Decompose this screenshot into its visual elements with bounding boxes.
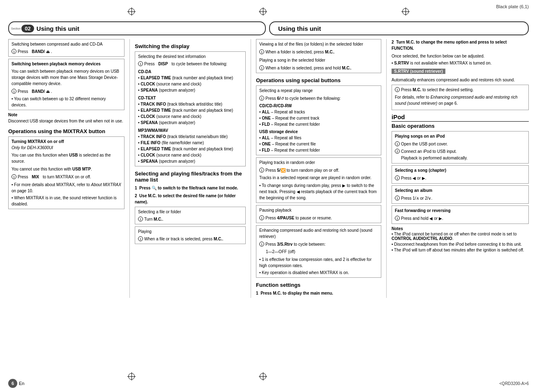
- basic-ops-heading: Basic operations: [392, 123, 529, 129]
- usb-section: USB storage device • ALL – Repeat all fi…: [259, 129, 378, 153]
- sel-file-step: 1 Turn M.C..: [138, 216, 242, 222]
- note-text: Disconnect USB storage devices from the …: [8, 118, 124, 124]
- section-title-bar-left: Section 02 Using this unit: [8, 21, 266, 35]
- disp-step1: 1 Press DISP to cycle between the follow…: [138, 61, 242, 67]
- repeat-step1: 1 Press 6/↺ to cycle between the followi…: [259, 95, 378, 101]
- box-ipod-playing: Playing songs on an iPod 1 Open the USB …: [392, 131, 529, 164]
- sel-files-heading: Selecting and playing files/tracks from …: [135, 171, 246, 183]
- srtrv-desc: Automatically enhances compressed audio …: [392, 77, 529, 83]
- cdtext-head: CD-TEXT: [138, 95, 242, 101]
- srtrv-badge: S.RTRV (sound retriever): [392, 69, 445, 74]
- mixtrax-bullet1: • For more details about MIXTRAX, refer …: [12, 182, 121, 194]
- sel-text-title: Selecting the desired text information: [138, 53, 242, 60]
- sel-files-step2: 2 Use M.C. to select the desired file na…: [135, 193, 246, 205]
- func-settings-heading: Function settings: [256, 282, 381, 288]
- enhance-desc: Enhancing compressed audio and restoring…: [259, 227, 378, 240]
- play-song-desc: Playing a song in the selected folder: [259, 57, 378, 63]
- column-2: Switching the display Selecting the desi…: [129, 39, 251, 298]
- cdda-head: CD-DA: [138, 69, 242, 75]
- box-view-files: Viewing a list of the files (or folders)…: [256, 39, 381, 73]
- box-enhance: Enhancing compressed audio and restoring…: [256, 225, 381, 278]
- step-num-8: 1: [259, 65, 264, 70]
- mixtrax-bullet2: • When MIXTRAX is in use, the sound retr…: [12, 195, 121, 207]
- note-heading: Note: [8, 113, 124, 117]
- cdtext-items: • TRACK INFO (track title/track artist/d…: [138, 101, 242, 126]
- cdda-section: CD-DA • ELAPSED TIME (track number and p…: [138, 69, 242, 93]
- ops-special-heading: Operations using special buttons: [256, 77, 381, 83]
- step-num-7: 1: [259, 49, 264, 54]
- ipod-ffwd-s1: 1 Press and hold ◀ or ▶.: [395, 215, 525, 222]
- box-random: Playing tracks in random order 1 Press 5…: [256, 157, 381, 203]
- ipod-play-title: Playing songs on an iPod: [395, 133, 525, 140]
- section-title-bar-right: Using this unit: [269, 21, 529, 35]
- ipod-play-s1: 1 Open the USB port cover.: [395, 141, 525, 148]
- step-num-6: 1: [138, 236, 143, 241]
- func-step1: 1 Press M.C. to display the main menu.: [256, 290, 381, 296]
- view-files-desc: Viewing a list of the files (or folders)…: [259, 41, 378, 47]
- band-label-1: BAND/: [32, 48, 45, 55]
- ipod-step-2: 2: [395, 149, 400, 154]
- box-playback-desc: You can switch between playback memory d…: [12, 68, 121, 87]
- srtrv-detail: For details, refer to Enhancing compress…: [395, 94, 525, 106]
- box-playback-memory: Switching between playback memory device…: [8, 59, 124, 110]
- cdcd-section: CD/CD-R/CD-RW • ALL – Repeat all tracks …: [259, 103, 378, 127]
- ipod-ffwd-title: Fast forwarding or reversing: [395, 208, 525, 214]
- main-content: Switching between compressed audio and C…: [8, 39, 529, 298]
- mp3-head: MP3/WMA/WAV: [138, 127, 242, 134]
- sel-file-title: Selecting a file or folder: [138, 209, 242, 215]
- column-1: Switching between compressed audio and C…: [8, 39, 129, 298]
- mixtrax-sub: Only for DEH-X3600UI: [12, 145, 121, 151]
- column-4: 2 Turn M.C. to change the menu option an…: [386, 39, 529, 298]
- pause-desc: Pausing playback: [259, 207, 378, 213]
- srtrv-step1: 1 Press M.C. to select the desired setti…: [395, 87, 525, 93]
- ipod-notes-head: Notes: [392, 226, 529, 231]
- box-compressed-title: Switching between compressed audio and C…: [12, 41, 121, 47]
- step-num-1: 1: [12, 49, 16, 54]
- mixtrax-desc1: You can use this function when USB is se…: [12, 152, 121, 164]
- box-select-text: Selecting the desired text information 1…: [135, 51, 246, 166]
- step-num-13: 1: [395, 87, 400, 92]
- playing-step: 1 When a file or track is selected, pres…: [138, 236, 242, 242]
- section-title-right: Using this unit: [278, 25, 321, 32]
- step-num-3: 1: [12, 174, 16, 179]
- box-ipod-ffwd: Fast forwarding or reversing 1 Press and…: [392, 205, 529, 224]
- box-compressed-audio: Switching between compressed audio and C…: [8, 39, 124, 57]
- func-bullet1: • S.RTRV is not available when MIXTRAX i…: [392, 61, 529, 65]
- box-compressed-step1: 1 Press BAND/⏏.: [12, 48, 121, 55]
- eject-icon-1: ⏏: [46, 48, 50, 55]
- ipod-chapter-step-1: 1: [395, 175, 400, 180]
- box-mixtrax: Turning MIXTRAX on or off Only for DEH-X…: [8, 136, 124, 209]
- page-number: 6: [8, 379, 17, 388]
- func-step2-desc: Once selected, the function below can be…: [392, 53, 529, 59]
- ipod-play-s2: 2 Connect an iPod to USB input.Playback …: [395, 148, 525, 161]
- enhance-step1: 1 Press 3/S.Rtrv to cycle between:: [259, 241, 378, 247]
- section-title-left: Using this unit: [37, 25, 79, 32]
- ipod-notes: • The iPod cannot be turned on or off wh…: [392, 232, 529, 252]
- box-playback-title: Switching between playback memory device…: [12, 61, 121, 67]
- random-desc: Playing tracks in random order: [259, 159, 378, 166]
- press-label-3: Press: [18, 174, 28, 180]
- box-ipod-chapter: Selecting a song (chapter) 1 Press ◀ or …: [392, 165, 529, 184]
- playing-title: Playing: [138, 228, 242, 235]
- crosshair-top-center: [259, 7, 267, 16]
- press-label-2: Press: [18, 88, 28, 95]
- press-label-1: Press: [18, 48, 28, 55]
- cdtext-section: CD-TEXT • TRACK INFO (track title/track …: [138, 95, 242, 126]
- sel-files-step1: 1 Press 🔍 to switch to the file/track na…: [135, 185, 246, 191]
- doc-code: <QRD3200-A>6: [499, 381, 529, 386]
- ipod-heading: iPod: [392, 113, 529, 122]
- box-playback-step1: 1 Press BAND/⏏.: [12, 88, 121, 95]
- box-playback-bullet1: • You can switch between up to 32 differ…: [12, 96, 121, 108]
- step-num-4: 1: [138, 61, 143, 66]
- mixtrax-title: Turning MIXTRAX on or off: [12, 138, 121, 145]
- ipod-album-s1: 1 Press 1/∧ or 2/∨.: [395, 195, 525, 202]
- step-num-12: 1: [259, 242, 264, 247]
- enhance-vals: 1—2—OFF (off): [266, 249, 378, 255]
- box-ipod-album: Selecting an album 1 Press 1/∧ or 2/∨.: [392, 185, 529, 204]
- section-badge: 02: [21, 25, 34, 32]
- ipod-ffwd-step-1: 1: [395, 216, 400, 221]
- step-num-9: 1: [259, 96, 264, 101]
- step-num-2: 1: [12, 89, 16, 94]
- ipod-chapter-title: Selecting a song (chapter): [395, 167, 525, 174]
- box-sel-file: Selecting a file or folder 1 Turn M.C..: [135, 207, 246, 224]
